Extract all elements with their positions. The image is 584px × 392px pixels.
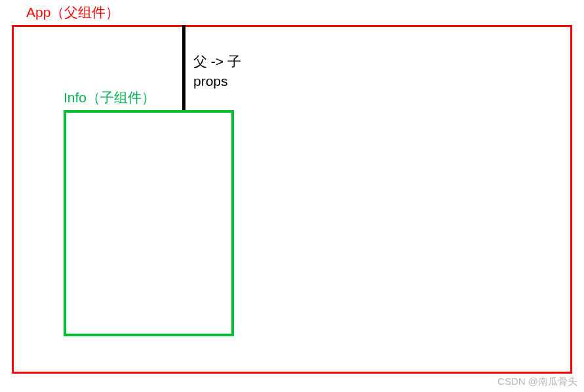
diagram-canvas: App（父组件） 父 -> 子 props Info（子组件） CSDN @南瓜… <box>0 0 584 392</box>
child-component-box <box>64 110 234 336</box>
arrow-props-label: props <box>193 73 228 89</box>
child-component-label: Info（子组件） <box>64 88 155 107</box>
props-arrow-line <box>182 25 185 111</box>
parent-component-label: App（父组件） <box>26 3 119 22</box>
arrow-direction-label: 父 -> 子 <box>193 52 241 71</box>
watermark-text: CSDN @南瓜骨头 <box>497 376 577 388</box>
